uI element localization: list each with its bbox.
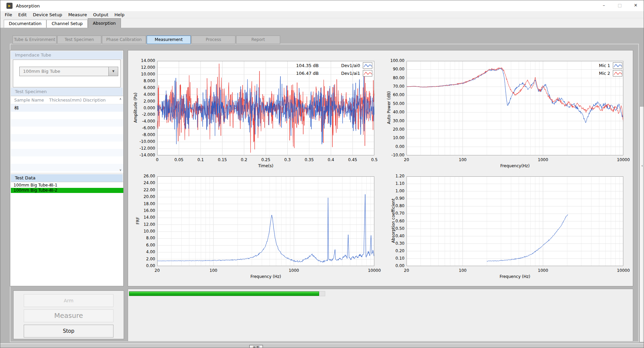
menu-item-measure[interactable]: Measure bbox=[65, 11, 90, 18]
test-specimen-table: Sample NameThickness(mm)Discription棉∧∨ bbox=[11, 96, 123, 173]
y-tick-label: 14.00 bbox=[131, 215, 155, 220]
x-tick-label: 0.05 bbox=[167, 157, 191, 162]
background-window-tab[interactable]: 画图 bbox=[249, 345, 263, 348]
y-tick-label: 40.00 bbox=[380, 110, 404, 114]
stop-button[interactable]: Stop bbox=[24, 325, 113, 338]
legend-entry: Dev1/ai1 bbox=[341, 70, 372, 77]
y-tick-label: 20.00 bbox=[380, 127, 404, 132]
y-tick-label: 18.00 bbox=[131, 201, 155, 206]
x-tick-label: 0.5 bbox=[362, 157, 386, 162]
chevron-left-icon: ‹ bbox=[640, 164, 644, 168]
bottom-panel bbox=[128, 289, 633, 342]
plot-area bbox=[407, 61, 623, 155]
y-tick-label: 4.00 bbox=[131, 249, 155, 254]
table-row-empty bbox=[11, 142, 123, 149]
y-tick-label: 30.00 bbox=[380, 118, 404, 123]
legend-entry: Mic 2 bbox=[599, 70, 622, 77]
close-button[interactable]: ✕ bbox=[628, 0, 644, 11]
legend-label: Dev1/ai0 bbox=[341, 63, 360, 68]
menu-item-device-setup[interactable]: Device Setup bbox=[30, 11, 65, 18]
annotation-value: 106.47 dB bbox=[296, 71, 319, 76]
x-tick-label: 10000 bbox=[611, 268, 635, 273]
x-tick-label: 100 bbox=[202, 268, 225, 273]
scroll-down-icon[interactable]: ∨ bbox=[118, 168, 123, 172]
maximize-button[interactable]: □ bbox=[612, 0, 628, 11]
y-tick-label: 6.00 bbox=[131, 243, 155, 247]
y-tick-label: 0.00 bbox=[380, 144, 404, 149]
test-data-item[interactable]: 100mm Big Tube-棉-2 bbox=[11, 188, 123, 193]
legend-line-icon bbox=[363, 70, 372, 77]
test-data-list: 100mm Big Tube-棉-1100mm Big Tube-棉-2 bbox=[11, 182, 123, 285]
table-row[interactable]: 棉 bbox=[11, 104, 123, 112]
table-row-empty bbox=[11, 149, 123, 156]
table-row-empty bbox=[11, 112, 123, 119]
impedance-tube-dropdown-value: 100mm Big Tube bbox=[20, 67, 108, 76]
tab-documentation[interactable]: Documentation bbox=[4, 20, 46, 28]
x-tick-label: 100 bbox=[451, 268, 475, 273]
collapsed-side-panel-handle[interactable]: ‹ bbox=[640, 106, 644, 342]
x-tick-label: 10000 bbox=[362, 268, 386, 273]
x-tick-label: 0.3 bbox=[276, 157, 299, 162]
impedance-tube-dropdown[interactable]: 100mm Big Tube ▼ bbox=[19, 67, 118, 76]
x-tick-label: 0.25 bbox=[254, 157, 278, 162]
subtab-test-specimen[interactable]: Test Specimen bbox=[57, 36, 101, 44]
subtab-report[interactable]: Report bbox=[236, 36, 280, 44]
y-tick-label: 70.00 bbox=[380, 84, 404, 89]
table-row-empty bbox=[11, 164, 123, 171]
measure-button[interactable]: Measure bbox=[24, 309, 113, 322]
legend-line-icon bbox=[363, 62, 372, 69]
tab-absorption[interactable]: Absorption bbox=[88, 18, 121, 28]
auto-power-chart: 100.0090.0080.0070.0060.0050.0040.0030.0… bbox=[407, 61, 623, 155]
x-tick-label: 20 bbox=[145, 268, 169, 273]
column-header: Thickness(mm) bbox=[46, 96, 80, 104]
legend-entry: Dev1/ai0 bbox=[341, 62, 372, 69]
table-row-empty bbox=[11, 134, 123, 142]
main-tab-strip: DocumentationChannel SetupAbsorption bbox=[0, 18, 644, 28]
y-tick-label: 10.00 bbox=[380, 135, 404, 140]
subtab-measurement[interactable]: Measurement bbox=[147, 36, 191, 44]
window-controls: – □ ✕ bbox=[596, 0, 644, 11]
x-tick-label: 0.4 bbox=[319, 157, 343, 162]
subtab-process[interactable]: Process bbox=[191, 36, 235, 44]
frf-chart: 26.0024.0022.0020.0018.0016.0014.0012.00… bbox=[157, 176, 374, 266]
y-tick-label: 8.00 bbox=[131, 236, 155, 240]
axis-title-y: Absorption coefficient bbox=[391, 177, 396, 265]
y-tick-label: 0.00 bbox=[131, 263, 155, 268]
menu-item-help[interactable]: Help bbox=[111, 11, 128, 18]
legend-line-icon bbox=[613, 70, 622, 77]
x-tick-label: 0.2 bbox=[232, 157, 256, 162]
x-tick-label: 100 bbox=[451, 157, 475, 162]
x-tick-label: 0.35 bbox=[297, 157, 321, 162]
table-cell bbox=[46, 104, 80, 112]
tab-channel-setup[interactable]: Channel Setup bbox=[46, 20, 88, 28]
plot-area bbox=[407, 176, 623, 266]
scroll-up-icon[interactable]: ∧ bbox=[118, 97, 123, 101]
axis-title-y: Amplitude (Pa) bbox=[133, 64, 138, 152]
table-cell: 棉 bbox=[11, 104, 46, 112]
x-tick-label: 10000 bbox=[611, 157, 635, 162]
chevron-down-icon[interactable]: ▼ bbox=[108, 67, 118, 76]
y-tick-label: -14.000 bbox=[131, 153, 155, 157]
table-cell bbox=[80, 104, 115, 112]
menu-item-output[interactable]: Output bbox=[90, 11, 111, 18]
legend-entry: Mic 1 bbox=[599, 62, 622, 69]
axis-title-x: Frequency (Hz) bbox=[157, 274, 374, 279]
arm-button[interactable]: Arm bbox=[24, 294, 113, 307]
axis-title-x: Time(s) bbox=[157, 164, 374, 168]
minimize-button[interactable]: – bbox=[596, 0, 612, 11]
y-tick-label: 24.00 bbox=[131, 180, 155, 185]
sub-tab-strip: Tube & EnvironmentTest SpecimenPhase Cal… bbox=[13, 36, 280, 44]
subtab-tube-environment[interactable]: Tube & Environment bbox=[13, 36, 57, 44]
subtab-phase-calibration[interactable]: Phase Calibration bbox=[102, 36, 146, 44]
test-data-item[interactable]: 100mm Big Tube-棉-1 bbox=[11, 183, 123, 188]
menu-item-file[interactable]: File bbox=[2, 11, 15, 18]
absorption-chart: 1.201.101.000.900.800.700.600.500.400.30… bbox=[407, 176, 623, 266]
y-tick-label: 50.00 bbox=[380, 101, 404, 106]
table-row-empty bbox=[11, 119, 123, 127]
menu-item-edit[interactable]: Edit bbox=[15, 11, 30, 18]
progress-bar bbox=[129, 291, 325, 296]
y-tick-label: 14.000 bbox=[131, 58, 155, 63]
app-window: ▶ Absorption – □ ✕ FileEditDevice SetupM… bbox=[0, 0, 644, 348]
x-tick-label: 0 bbox=[145, 157, 169, 162]
column-header: Sample Name bbox=[11, 96, 46, 104]
